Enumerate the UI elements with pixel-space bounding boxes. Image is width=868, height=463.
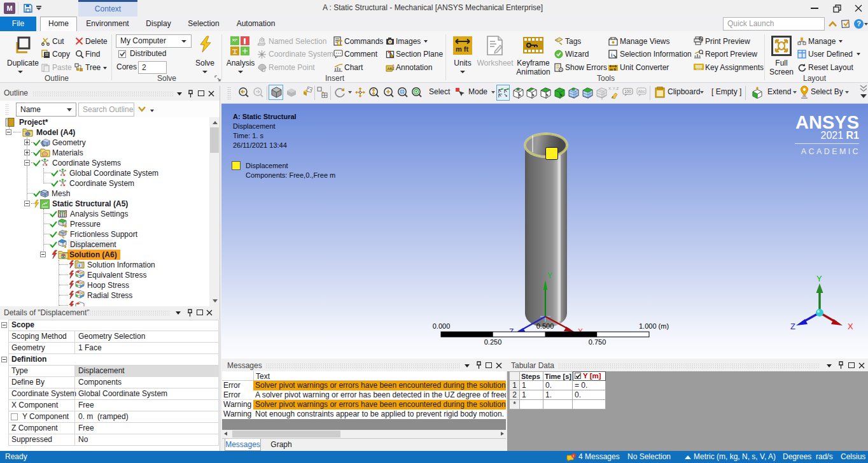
svg-text:Y: Y (547, 271, 552, 280)
svg-text:!: ! (573, 454, 574, 458)
svg-text:X: X (848, 322, 853, 331)
svg-text:Abc: Abc (638, 89, 646, 94)
svg-text:i: i (79, 263, 80, 267)
svg-text:Y: Y (816, 274, 822, 283)
svg-text:ABC: ABC (388, 67, 395, 71)
svg-text:Z: Z (790, 322, 795, 331)
svg-text:m ft: m ft (610, 68, 616, 71)
svg-text:m ft: m ft (456, 45, 469, 53)
svg-text:100: 100 (624, 89, 631, 94)
